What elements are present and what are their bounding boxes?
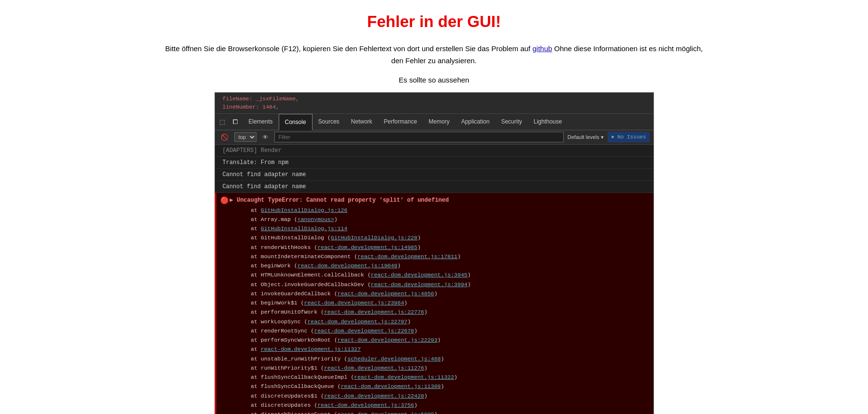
console-context-select[interactable]: top xyxy=(234,132,256,142)
error-main-line: ▶ Uncaught TypeError: Cannot read proper… xyxy=(230,196,649,205)
stack-link-2[interactable]: <anonymous> xyxy=(298,216,334,222)
stack-line-15: at performSyncWorkOnRoot (react-dom.deve… xyxy=(230,335,649,345)
toolbar-icon-group: ⬚ ⧠ xyxy=(217,116,241,127)
log-line-adapters: [ADAPTERS] Render xyxy=(215,145,654,157)
stack-line-5: at renderWithHooks (react-dom.developmen… xyxy=(230,243,649,252)
stack-link-8[interactable]: react-dom.development.js:3945 xyxy=(371,272,468,278)
stack-link-20[interactable]: react-dom.development.js:11309 xyxy=(341,383,441,389)
stack-link-1[interactable]: GitHubInstallDialog.js:126 xyxy=(261,207,347,213)
log-line-translate: Translate: From npm xyxy=(215,157,654,169)
stack-line-18: at runWithPriority$1 (react-dom.developm… xyxy=(230,363,649,373)
stack-line-23: at dispatchDiscreteEvent (react-dom.deve… xyxy=(230,410,649,414)
stack-line-12: at performUnitOfWork (react-dom.developm… xyxy=(230,307,649,317)
console-log-area: [ADAPTERS] Render Translate: From npm Ca… xyxy=(215,145,654,414)
log-line-adapter1: Cannot find adapter name xyxy=(215,169,654,181)
description-paragraph: Bitte öffnen Sie die Browserkonsole (F12… xyxy=(164,42,705,67)
stack-line-2: at Array.map (<anonymous>) xyxy=(230,215,649,224)
tab-security[interactable]: Security xyxy=(495,113,527,130)
stack-link-6[interactable]: react-dom.development.js:17811 xyxy=(357,253,457,260)
tab-application[interactable]: Application xyxy=(455,113,496,130)
tab-performance[interactable]: Performance xyxy=(378,113,423,130)
console-filter-input[interactable] xyxy=(274,132,564,142)
devtools-panel: fileName: _jsxFileName, lineNumber: 1464… xyxy=(214,92,654,414)
devtools-toolbar: ⬚ ⧠ Elements Console Sources Network Per… xyxy=(215,114,654,130)
tab-network[interactable]: Network xyxy=(345,113,378,130)
default-levels-btn[interactable]: Default levels ▾ xyxy=(568,134,604,140)
stack-link-17[interactable]: scheduler.development.js:468 xyxy=(347,356,441,362)
stack-link-18[interactable]: react-dom.development.js:11276 xyxy=(324,365,424,371)
device-icon[interactable]: ⧠ xyxy=(230,116,241,127)
stack-line-14: at renderRootSync (react-dom.development… xyxy=(230,326,649,335)
stack-link-9[interactable]: react-dom.development.js:3994 xyxy=(371,281,468,288)
stack-line-16: at react-dom.development.js:11327 xyxy=(230,345,649,354)
stack-line-6: at mountIndeterminateComponent (react-do… xyxy=(230,252,649,261)
stack-line-19: at flushSyncCallbackQueueImpl (react-dom… xyxy=(230,373,649,382)
stack-link-4[interactable]: GitHubInstallDialog.js:228 xyxy=(331,235,417,241)
no-issues-badge: ● No Issues xyxy=(608,132,650,143)
stack-link-14[interactable]: react-dom.development.js:22670 xyxy=(314,328,414,334)
tab-memory[interactable]: Memory xyxy=(423,113,455,130)
description-text-part1: Bitte öffnen Sie die Browserkonsole (F12… xyxy=(165,44,532,53)
error-block: 🔴 ▶ Uncaught TypeError: Cannot read prop… xyxy=(215,193,654,414)
stack-link-23[interactable]: react-dom.development.js:5889 xyxy=(338,411,434,414)
stack-link-11[interactable]: react-dom.development.js:23964 xyxy=(304,300,404,306)
sub-heading: Es sollte so aussehen xyxy=(164,75,705,86)
stack-line-9: at Object.invokeGuardedCallbackDev (reac… xyxy=(230,280,649,289)
error-icon: 🔴 xyxy=(220,196,228,206)
stack-link-5[interactable]: react-dom.development.js:14985 xyxy=(317,244,417,250)
stack-line-7: at beginWork (react-dom.development.js:1… xyxy=(230,261,649,270)
stack-line-20: at flushSyncCallbackQueue (react-dom.dev… xyxy=(230,382,649,391)
code-bar-line2: lineNumber: 1464, xyxy=(223,103,646,111)
log-line-adapter2: Cannot find adapter name xyxy=(215,181,654,193)
stack-line-10: at invokeGuardedCallback (react-dom.deve… xyxy=(230,289,649,298)
stack-link-22[interactable]: react-dom.development.js:3756 xyxy=(317,402,414,408)
inspect-icon[interactable]: ⬚ xyxy=(217,116,228,127)
stack-line-8: at HTMLUnknownElement.callCallback (reac… xyxy=(230,270,649,279)
console-toolbar: 🚫 top 👁 Default levels ▾ ● No Issues xyxy=(215,130,654,145)
code-bar-line1: fileName: _jsxFileName, xyxy=(223,95,646,103)
tab-sources[interactable]: Sources xyxy=(313,113,345,130)
stack-line-3: at GitHubInstallDialog.js:114 xyxy=(230,224,649,233)
stack-line-21: at discreteUpdates$1 (react-dom.developm… xyxy=(230,391,649,400)
stack-link-13[interactable]: react-dom.development.js:22707 xyxy=(307,318,407,325)
stack-link-21[interactable]: react-dom.development.js:22420 xyxy=(324,393,424,399)
page-title: Fehler in der GUI! xyxy=(164,10,705,34)
devtools-code-bar: fileName: _jsxFileName, lineNumber: 1464… xyxy=(215,93,654,114)
stack-line-1: at GitHubInstallDialog.js:126 xyxy=(230,206,649,215)
stack-link-19[interactable]: react-dom.development.js:11322 xyxy=(354,374,454,380)
console-eye-btn[interactable]: 👁 xyxy=(260,133,270,142)
stack-link-7[interactable]: react-dom.development.js:19049 xyxy=(298,262,398,269)
stack-link-10[interactable]: react-dom.development.js:4056 xyxy=(338,290,434,297)
stack-line-22: at discreteUpdates (react-dom.developmen… xyxy=(230,400,649,410)
github-link[interactable]: github xyxy=(532,44,552,53)
stack-link-3[interactable]: GitHubInstallDialog.js:114 xyxy=(261,225,347,232)
stack-line-11: at beginWork$1 (react-dom.development.js… xyxy=(230,298,649,307)
tab-elements[interactable]: Elements xyxy=(243,113,279,130)
tab-lighthouse[interactable]: Lighthouse xyxy=(528,113,568,130)
tab-console[interactable]: Console xyxy=(279,114,313,130)
stack-line-13: at workLoopSync (react-dom.development.j… xyxy=(230,317,649,326)
page-wrapper: Fehler in der GUI! Bitte öffnen Sie die … xyxy=(144,0,724,414)
stack-line-4: at GitHubInstallDialog (GitHubInstallDia… xyxy=(230,233,649,242)
stack-link-16[interactable]: react-dom.development.js:11327 xyxy=(261,346,361,352)
stack-link-12[interactable]: react-dom.development.js:22776 xyxy=(324,309,424,315)
console-clear-btn[interactable]: 🚫 xyxy=(219,133,230,142)
stack-line-17: at unstable_runWithPriority (scheduler.d… xyxy=(230,354,649,363)
stack-link-15[interactable]: react-dom.development.js:22293 xyxy=(338,337,438,343)
